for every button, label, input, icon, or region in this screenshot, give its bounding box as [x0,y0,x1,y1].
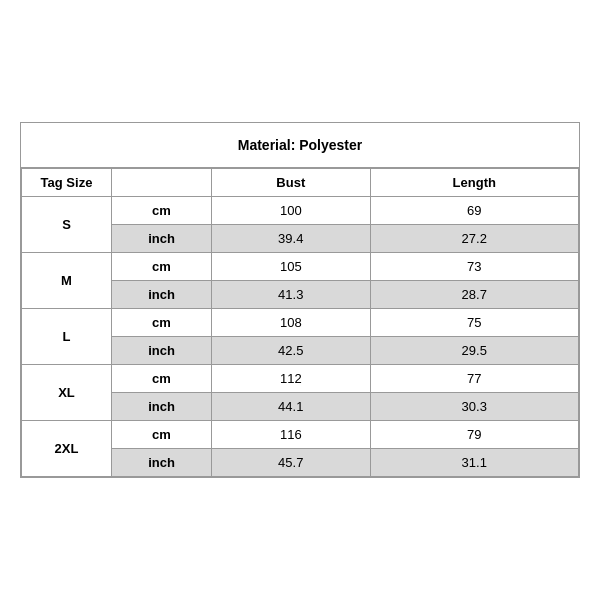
table-header-row: Tag Size Bust Length [22,169,579,197]
unit-inch-cell: inch [112,281,212,309]
length-inch-value: 29.5 [370,337,578,365]
header-bust: Bust [212,169,371,197]
bust-cm-value: 108 [212,309,371,337]
unit-cm-cell: cm [112,309,212,337]
size-chart-container: Material: Polyester Tag Size Bust Length… [20,122,580,478]
length-inch-value: 30.3 [370,393,578,421]
tag-size-cell: L [22,309,112,365]
unit-inch-cell: inch [112,393,212,421]
bust-cm-value: 112 [212,365,371,393]
length-cm-value: 75 [370,309,578,337]
bust-inch-value: 39.4 [212,225,371,253]
unit-cm-cell: cm [112,197,212,225]
unit-inch-cell: inch [112,449,212,477]
bust-inch-value: 42.5 [212,337,371,365]
unit-cm-cell: cm [112,421,212,449]
table-row: Scm10069 [22,197,579,225]
size-table: Tag Size Bust Length Scm10069inch39.427.… [21,168,579,477]
header-length: Length [370,169,578,197]
table-row: XLcm11277 [22,365,579,393]
chart-title: Material: Polyester [21,123,579,168]
length-cm-value: 69 [370,197,578,225]
unit-cm-cell: cm [112,365,212,393]
header-empty [112,169,212,197]
table-row: Mcm10573 [22,253,579,281]
bust-cm-value: 100 [212,197,371,225]
length-cm-value: 73 [370,253,578,281]
length-cm-value: 79 [370,421,578,449]
bust-inch-value: 44.1 [212,393,371,421]
table-row: Lcm10875 [22,309,579,337]
bust-cm-value: 105 [212,253,371,281]
tag-size-cell: XL [22,365,112,421]
length-inch-value: 31.1 [370,449,578,477]
header-tag-size: Tag Size [22,169,112,197]
table-row: 2XLcm11679 [22,421,579,449]
unit-inch-cell: inch [112,337,212,365]
length-inch-value: 27.2 [370,225,578,253]
bust-cm-value: 116 [212,421,371,449]
length-inch-value: 28.7 [370,281,578,309]
tag-size-cell: S [22,197,112,253]
tag-size-cell: 2XL [22,421,112,477]
tag-size-cell: M [22,253,112,309]
bust-inch-value: 45.7 [212,449,371,477]
unit-inch-cell: inch [112,225,212,253]
length-cm-value: 77 [370,365,578,393]
unit-cm-cell: cm [112,253,212,281]
bust-inch-value: 41.3 [212,281,371,309]
